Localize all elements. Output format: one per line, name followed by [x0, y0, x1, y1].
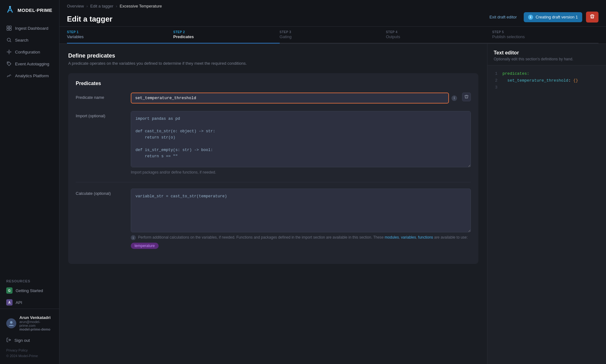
calculate-hint: ℹ Perform additional calculations on the… [131, 235, 471, 240]
tag-icon [6, 61, 12, 67]
delete-button[interactable] [586, 12, 598, 23]
import-label: Import (optional) [76, 111, 126, 118]
divider [76, 182, 471, 182]
creating-draft-label: Creating draft version 1 [536, 15, 578, 19]
user-org: model-prime-demo [19, 327, 53, 331]
import-hint: Import packages and/or define functions,… [131, 170, 471, 174]
sidebar-item-getting-started[interactable]: G Getting Started [3, 285, 57, 296]
header: Overview › Edit a tagger › Excessive Tem… [59, 0, 606, 27]
predicate-name-input[interactable] [131, 93, 449, 104]
sidebar-item-analytics-platform-label: Analytics Platform [15, 73, 49, 78]
line-num-1: 1 [492, 70, 497, 77]
logo-icon [5, 5, 15, 15]
creating-draft-button[interactable]: ℹ Creating draft version 1 [524, 12, 582, 22]
trash-icon [590, 14, 595, 20]
header-actions: Exit draft editor ℹ Creating draft versi… [486, 12, 598, 26]
editor-desc: Optionally edit this section's definitio… [494, 57, 600, 61]
predicates-card-title: Predicates [76, 81, 471, 86]
step-1[interactable]: STEP 1 Variables [67, 27, 173, 43]
config-icon [6, 49, 12, 55]
sidebar-item-event-autotagging[interactable]: Event Autotagging [3, 58, 57, 69]
section-title: Define predicates [68, 53, 478, 59]
logo[interactable]: MODEL·PRIME [0, 0, 59, 21]
resources-label: Resources [0, 274, 59, 285]
avatar [6, 318, 16, 328]
copyright: © 2024 Model-Prime [3, 353, 57, 360]
step-3[interactable]: STEP 3 Gating [280, 27, 386, 43]
sidebar-item-ingest-dashboard[interactable]: Ingest Dashboard [3, 23, 57, 34]
breadcrumb-edit-tagger[interactable]: Edit a tagger [90, 4, 114, 8]
right-panel: Text editor Optionally edit this section… [487, 44, 606, 364]
svg-point-7 [8, 63, 9, 63]
step-2-label: Predicates [173, 34, 280, 39]
user-details: Arun Venkatadri arun@model-prime.com mod… [19, 315, 53, 331]
calculate-hint-prefix: Perform additional calculations on the v… [138, 235, 384, 240]
sidebar-item-api[interactable]: A API [3, 297, 57, 308]
sidebar-item-search-label: Search [15, 38, 28, 43]
step-4[interactable]: STEP 4 Outputs [386, 27, 492, 43]
sidebar: MODEL·PRIME Ingest Dashboard Search [0, 0, 59, 364]
sign-out-button[interactable]: Sign out [3, 335, 57, 346]
analytics-icon [6, 73, 12, 78]
sidebar-item-event-autotagging-label: Event Autotagging [15, 62, 49, 66]
header-row: Edit a tagger Exit draft editor ℹ Creati… [67, 12, 598, 26]
resources-section: Resources G Getting Started A API [0, 274, 59, 309]
sidebar-item-configuration-label: Configuration [15, 50, 40, 54]
tag-temperature: temperature [131, 243, 159, 249]
step-2[interactable]: STEP 2 Predicates [173, 27, 280, 43]
sidebar-bottom: Arun Venkatadri arun@model-prime.com mod… [0, 309, 59, 364]
page-title: Edit a tagger [67, 15, 112, 23]
text-editor-code[interactable]: 1 predicates: 2 set_temperature_threshol… [487, 65, 606, 364]
functions-link[interactable]: functions [418, 235, 433, 240]
privacy-policy-link[interactable]: Privacy Policy [3, 346, 57, 353]
sidebar-item-search[interactable]: Search [3, 34, 57, 46]
predicate-name-input-wrap: ℹ [131, 93, 457, 104]
breadcrumb-current: Excessive Temperature [120, 4, 162, 8]
calculate-hint-suffix: are available to use: [434, 235, 468, 240]
line-num-3: 3 [492, 84, 497, 91]
draft-icon: ℹ [528, 15, 533, 20]
dashboard-icon [6, 25, 12, 31]
logo-text: MODEL·PRIME [18, 8, 52, 13]
variables-link[interactable]: variables [401, 235, 416, 240]
step-5-label: Publish selections [492, 34, 598, 39]
sidebar-item-ingest-dashboard-label: Ingest Dashboard [15, 26, 48, 31]
step-1-label: Variables [67, 34, 173, 39]
import-code-field: import pandas as pd def cast_to_str(o: o… [131, 111, 471, 174]
svg-rect-2 [9, 26, 11, 28]
user-info[interactable]: Arun Venkatadri arun@model-prime.com mod… [3, 313, 57, 334]
left-panel: Define predicates A predicate operates o… [59, 44, 487, 364]
step-4-number: STEP 4 [386, 30, 492, 34]
calculate-code-field: variable_str = cast_to_str(temperature) … [131, 189, 471, 249]
main-area: Overview › Edit a tagger › Excessive Tem… [59, 0, 606, 364]
import-textarea[interactable]: import pandas as pd def cast_to_str(o: o… [131, 111, 471, 167]
available-tags: temperature [131, 243, 471, 249]
steps-bar: STEP 1 Variables STEP 2 Predicates STEP … [59, 27, 606, 44]
sidebar-item-analytics-platform[interactable]: Analytics Platform [3, 70, 57, 81]
step-1-number: STEP 1 [67, 30, 173, 34]
line-content-1: predicates: [502, 70, 529, 77]
svg-point-8 [10, 321, 13, 324]
exit-draft-button[interactable]: Exit draft editor [486, 13, 520, 21]
getting-started-label: Getting Started [16, 288, 43, 293]
code-line-1: 1 predicates: [492, 70, 601, 77]
code-line-2: 2 set_temperature_threshold: {} [492, 77, 601, 84]
predicate-name-info-icon[interactable]: ℹ [451, 95, 457, 101]
sign-out-label: Sign out [14, 338, 30, 343]
section-desc: A predicate operates on the variables yo… [68, 61, 478, 66]
svg-rect-3 [7, 28, 9, 30]
predicate-delete-row-button[interactable] [462, 93, 471, 101]
breadcrumb-overview[interactable]: Overview [67, 4, 84, 8]
calc-hint-icon: ℹ [131, 235, 136, 240]
search-icon [6, 37, 12, 43]
svg-point-6 [8, 51, 10, 53]
step-5[interactable]: STEP 5 Publish selections [492, 27, 598, 43]
modules-link[interactable]: modules [385, 235, 399, 240]
calculate-label: Calculate (optional) [76, 189, 126, 196]
predicate-name-label: Predicate name [76, 93, 126, 100]
step-5-number: STEP 5 [492, 30, 598, 34]
calculate-textarea[interactable]: variable_str = cast_to_str(temperature) [131, 189, 471, 232]
import-row: Import (optional) import pandas as pd de… [76, 111, 471, 174]
line-num-2: 2 [492, 77, 497, 84]
sidebar-item-configuration[interactable]: Configuration [3, 46, 57, 58]
